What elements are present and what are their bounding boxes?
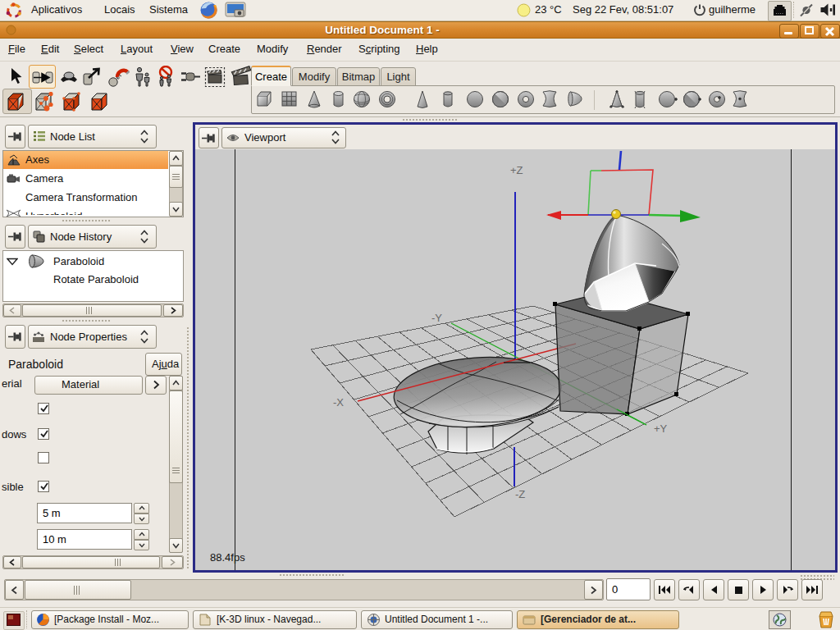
svg-text:+Y: +Y <box>654 422 668 435</box>
svg-text:-Y: -Y <box>431 312 442 324</box>
svg-text:-Z: -Z <box>515 488 525 500</box>
svg-text:+Z: +Z <box>510 164 523 176</box>
svg-text:88.4fps: 88.4fps <box>210 551 245 564</box>
svg-text:-X: -X <box>333 396 344 409</box>
